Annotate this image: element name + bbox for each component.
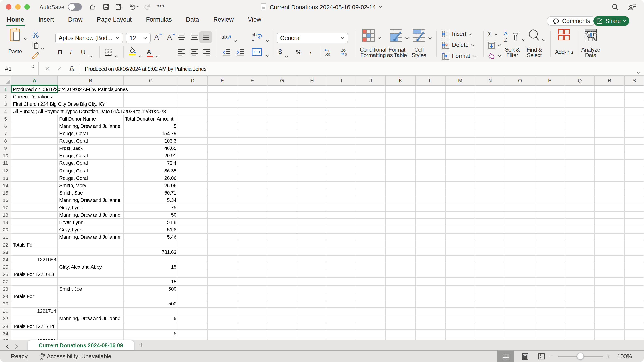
column-header-D[interactable]: D: [178, 76, 208, 85]
cell-N9[interactable]: [476, 145, 505, 152]
row-header-5[interactable]: 5: [0, 115, 12, 123]
row-header-13[interactable]: 13: [0, 174, 12, 182]
cell-K4[interactable]: [386, 108, 416, 115]
cell-P13[interactable]: [535, 174, 565, 182]
cell-C24[interactable]: [124, 256, 178, 263]
cell-M32[interactable]: [446, 315, 476, 322]
cell-S31[interactable]: [625, 308, 644, 315]
cell-B28[interactable]: Smith, Joe: [58, 285, 124, 293]
column-header-F[interactable]: F: [238, 76, 267, 85]
cell-P19[interactable]: [535, 219, 565, 226]
cell-E12[interactable]: [208, 167, 238, 174]
cell-N6[interactable]: [476, 123, 505, 130]
cell-R21[interactable]: [595, 234, 625, 241]
cell-R19[interactable]: [595, 219, 625, 226]
cell-M24[interactable]: [446, 256, 476, 263]
align-top-icon[interactable]: [177, 33, 185, 42]
cell-S14[interactable]: [625, 182, 644, 189]
row-header-6[interactable]: 6: [0, 123, 12, 130]
cell-F2[interactable]: [238, 93, 267, 100]
cell-H24[interactable]: [297, 256, 327, 263]
cell-N29[interactable]: [476, 293, 505, 300]
cell-L27[interactable]: [416, 278, 446, 285]
cell-L20[interactable]: [416, 226, 446, 234]
cell-F28[interactable]: [238, 285, 267, 293]
cell-O28[interactable]: [505, 285, 535, 293]
paste-button[interactable]: [8, 28, 22, 44]
cell-Q1[interactable]: [565, 86, 595, 93]
cell-E16[interactable]: [208, 197, 238, 204]
cell-Q27[interactable]: [565, 278, 595, 285]
cell-C35[interactable]: [124, 337, 178, 340]
cell-G6[interactable]: [267, 123, 297, 130]
cell-L25[interactable]: [416, 263, 446, 271]
cell-F8[interactable]: [238, 137, 267, 145]
italic-button[interactable]: I: [70, 48, 72, 56]
row-header-22[interactable]: 22: [0, 241, 12, 248]
cell-R33[interactable]: [595, 322, 625, 330]
cell-E28[interactable]: [208, 285, 238, 293]
cell-P27[interactable]: [535, 278, 565, 285]
cell-M30[interactable]: [446, 300, 476, 307]
cell-K14[interactable]: [386, 182, 416, 189]
column-header-I[interactable]: I: [327, 76, 356, 85]
row-header-11[interactable]: 11: [0, 160, 12, 167]
cell-N22[interactable]: [476, 241, 505, 248]
cell-styles-icon[interactable]: [412, 29, 425, 44]
cell-R9[interactable]: [595, 145, 625, 152]
cell-N17[interactable]: [476, 204, 505, 211]
cell-Q4[interactable]: [565, 108, 595, 115]
cell-J22[interactable]: [356, 241, 386, 248]
cell-F29[interactable]: [238, 293, 267, 300]
cell-H6[interactable]: [297, 123, 327, 130]
cell-B7[interactable]: Rouge, Coral: [58, 130, 124, 137]
cell-G1[interactable]: [267, 86, 297, 93]
cell-I35[interactable]: [327, 337, 356, 340]
cell-S7[interactable]: [625, 130, 644, 137]
title-chevron-icon[interactable]: [379, 6, 383, 8]
cell-N1[interactable]: [476, 86, 505, 93]
cell-S24[interactable]: [625, 256, 644, 263]
cell-K5[interactable]: [386, 115, 416, 123]
ribbon-tab-data[interactable]: Data: [186, 16, 199, 23]
cell-R31[interactable]: [595, 308, 625, 315]
cell-N35[interactable]: [476, 337, 505, 340]
cell-I33[interactable]: [327, 322, 356, 330]
ribbon-tab-review[interactable]: Review: [213, 16, 234, 23]
cell-D12[interactable]: [178, 167, 208, 174]
cell-I24[interactable]: [327, 256, 356, 263]
cell-G33[interactable]: [267, 322, 297, 330]
cell-D15[interactable]: [178, 189, 208, 197]
sort-filter-chevron-icon[interactable]: [522, 35, 526, 43]
cell-G22[interactable]: [267, 241, 297, 248]
cell-A9[interactable]: [12, 145, 58, 152]
zoom-level[interactable]: 100%: [617, 353, 632, 360]
cell-G35[interactable]: [267, 337, 297, 340]
cell-F1[interactable]: [238, 86, 267, 93]
cell-K6[interactable]: [386, 123, 416, 130]
cell-L11[interactable]: [416, 160, 446, 167]
cell-F18[interactable]: [238, 211, 267, 219]
cell-Q30[interactable]: [565, 300, 595, 307]
cell-J23[interactable]: [356, 248, 386, 256]
cell-E20[interactable]: [208, 226, 238, 234]
cell-O5[interactable]: [505, 115, 535, 123]
cell-A22[interactable]: Totals For: [12, 241, 58, 248]
cell-L33[interactable]: [416, 322, 446, 330]
row-header-30[interactable]: 30: [0, 300, 12, 307]
cell-R7[interactable]: [595, 130, 625, 137]
cell-F5[interactable]: [238, 115, 267, 123]
cell-P33[interactable]: [535, 322, 565, 330]
conditional-formatting-icon[interactable]: [362, 29, 375, 44]
cell-E31[interactable]: [208, 308, 238, 315]
paste-chevron-icon[interactable]: [24, 34, 28, 42]
cell-I19[interactable]: [327, 219, 356, 226]
cell-M29[interactable]: [446, 293, 476, 300]
merge-center-chevron-icon[interactable]: [266, 51, 269, 59]
cell-G3[interactable]: [267, 100, 297, 108]
cell-M26[interactable]: [446, 271, 476, 278]
cell-D33[interactable]: [178, 322, 208, 330]
cell-D1[interactable]: [178, 86, 208, 93]
fill-color-chevron-icon[interactable]: [138, 52, 142, 60]
cell-G7[interactable]: [267, 130, 297, 137]
